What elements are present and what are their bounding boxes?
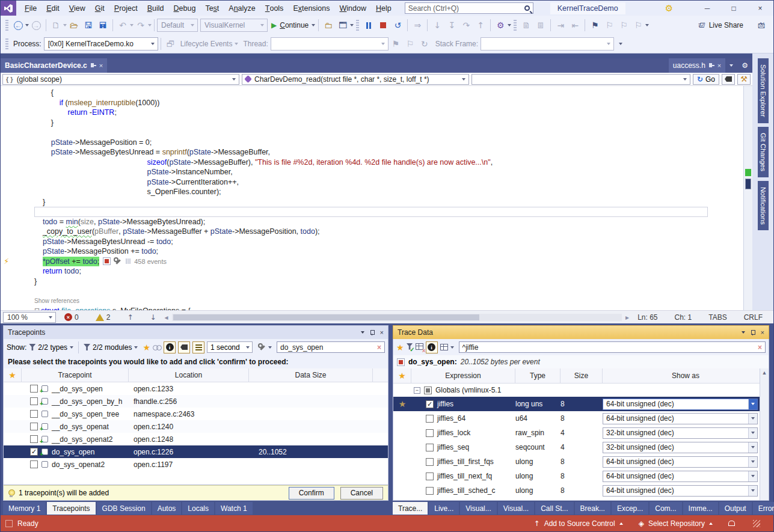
trace-data-row[interactable]: jiffies_till_next_fqulong864-bit unsigne…	[393, 469, 769, 483]
toolbar-grip[interactable]	[5, 38, 8, 49]
tracepoint-row[interactable]: __do_sys_openatopen.c:1240	[4, 420, 388, 433]
menu-window[interactable]: Window	[335, 1, 371, 16]
unflag-threads-button[interactable]: ⚐	[404, 37, 417, 50]
tracepoints-title-bar[interactable]: Tracepoints ×	[3, 325, 389, 339]
toggle-current-thread-button[interactable]: ↻	[418, 37, 431, 50]
notifications-bell-icon[interactable]	[728, 520, 735, 527]
line-indicator[interactable]: Ln: 65	[637, 313, 657, 322]
tracepoint-gutter-icon[interactable]: ⚡	[4, 257, 9, 266]
code-line[interactable]: {	[34, 88, 752, 98]
tab-output[interactable]: Output	[719, 502, 752, 515]
expression-column-header[interactable]: Expression	[411, 368, 515, 384]
tracepoints-search-input[interactable]: do_sys_open ×	[277, 341, 385, 353]
tab-break[interactable]: Break...	[575, 502, 610, 515]
save-all-button[interactable]: 🖬	[96, 19, 109, 32]
menu-git[interactable]: Git	[90, 1, 109, 16]
row-checkbox[interactable]	[426, 472, 434, 480]
filter-check-button[interactable]: ✓	[407, 343, 413, 352]
process-combo[interactable]: [0x0] KernelTraceDemo.ko	[44, 37, 158, 50]
size-column-header[interactable]: Size	[561, 368, 603, 384]
combo-dropdown-button[interactable]	[748, 471, 757, 482]
interval-combo[interactable]: 1 second	[207, 341, 253, 353]
tab-gdb-session[interactable]: GDB Session	[97, 502, 151, 515]
trace-data-search-input[interactable]: ^jiffie ×	[459, 341, 766, 353]
row-star-cell[interactable]: ★	[393, 399, 411, 409]
code-line[interactable]: s_OpenFiles.counter);	[34, 187, 752, 197]
tab-error-l[interactable]: Error L...	[753, 502, 774, 515]
toggle-bookmark-button[interactable]: ⚑	[588, 19, 601, 32]
row-checkbox[interactable]	[30, 460, 38, 468]
row-checkbox[interactable]	[426, 429, 434, 437]
zoom-combo[interactable]: 100 %	[3, 312, 56, 323]
trace-data-title-bar[interactable]: Trace Data ×	[393, 325, 769, 339]
code-line[interactable]: pState->MessagePosition = 0;	[34, 138, 752, 148]
build-tools-button[interactable]: ⚒	[737, 74, 751, 85]
window-position-dropdown[interactable]	[742, 331, 745, 334]
row-checkbox[interactable]	[30, 397, 38, 405]
next-bookmark-button[interactable]: ⚐	[617, 19, 630, 32]
code-line[interactable]: *pOffset += todo;458 events	[34, 257, 752, 267]
cancel-button[interactable]: Cancel	[340, 487, 383, 500]
pin-icon[interactable]	[751, 330, 755, 335]
row-checkbox[interactable]	[30, 410, 38, 418]
pin-icon[interactable]	[370, 330, 375, 335]
row-checkbox[interactable]	[30, 423, 38, 430]
tab-visual[interactable]: Visual...	[460, 502, 496, 515]
continue-button[interactable]: ▶ Continue	[271, 19, 315, 32]
code-line[interactable]: }	[34, 277, 752, 287]
select-repository-button[interactable]: ◈ Select Repository	[639, 519, 713, 528]
menu-extensions[interactable]: Extensions	[288, 1, 334, 16]
toolbar-grip[interactable]	[514, 20, 517, 31]
tracepoint-column-header[interactable]: Tracepoint	[22, 368, 129, 382]
rail-tab-git-changes[interactable]: Git Changes	[758, 127, 769, 177]
scroll-left-button[interactable]: ◂	[165, 313, 168, 322]
code-line[interactable]: if (msleep_interruptible(1000))	[34, 98, 752, 108]
lifecycle-events-dropdown[interactable]	[235, 43, 238, 45]
comment-button[interactable]: 🗎	[520, 19, 533, 32]
close-icon[interactable]: ×	[380, 329, 384, 336]
clear-search-icon[interactable]: ×	[758, 343, 762, 352]
info-toggle-button[interactable]: i	[426, 341, 438, 353]
showas-combo[interactable]: 32-bit unsigned (dec)	[603, 442, 758, 453]
new-file-dropdown[interactable]	[63, 24, 67, 26]
resize-grip[interactable]	[753, 520, 760, 527]
run-to-cursor-button[interactable]: ↑	[474, 19, 487, 32]
trace-data-row[interactable]: jiffies_till_first_fqsulong864-bit unsig…	[393, 454, 769, 469]
redo-dropdown[interactable]	[148, 24, 152, 26]
code-line[interactable]: todo = min(size, pState->MessageBytesUnr…	[34, 217, 752, 227]
showas-column-header[interactable]: Show as	[603, 368, 769, 384]
open-file-button[interactable]: 🗁	[67, 19, 81, 32]
pin-icon[interactable]	[91, 63, 96, 68]
lifecycle-events-label[interactable]: Lifecycle Events	[180, 40, 233, 48]
row-checkbox[interactable]	[426, 487, 434, 495]
go-button[interactable]: ↻ Go	[693, 74, 719, 85]
error-count[interactable]: × 0	[64, 313, 79, 322]
save-button[interactable]: 🖫	[82, 19, 95, 32]
stack-frame-combo[interactable]	[481, 37, 614, 50]
code-editor[interactable]: ⚡ { if (msleep_interruptible(1000)) retu…	[1, 86, 752, 323]
pin-icon[interactable]	[709, 63, 714, 68]
row-checkbox[interactable]	[30, 385, 38, 393]
code-line[interactable]	[34, 127, 752, 138]
prev-change-button[interactable]: ↑	[127, 313, 133, 322]
code-line[interactable]: return todo;	[34, 266, 752, 277]
tab-live[interactable]: Live...	[429, 502, 459, 515]
modules-filter-button[interactable]: 2/2 modules	[93, 343, 132, 352]
maximize-button[interactable]: □	[720, 1, 747, 16]
trace-data-row[interactable]: ★✓jiffieslong uns864-bit unsigned (dec)	[393, 397, 769, 411]
navigate-forward-button[interactable]: →	[29, 19, 43, 32]
breakpoints-window-button[interactable]: ⚙	[494, 19, 507, 32]
tag-button[interactable]	[722, 74, 735, 85]
redo-button[interactable]: ↷	[134, 19, 147, 32]
solution-explorer-button[interactable]: 🗔	[336, 19, 349, 32]
rail-tab-solution-explorer[interactable]: Solution Explorer	[758, 58, 769, 123]
combo-dropdown-button[interactable]	[748, 399, 757, 409]
solution-platforms-combo[interactable]: VisualKernel	[200, 19, 268, 32]
type-column-header[interactable]: Type	[515, 368, 561, 384]
combo-dropdown-button[interactable]	[748, 486, 757, 496]
row-checkbox[interactable]	[426, 415, 434, 423]
tracepoint-row[interactable]: __do_sys_open_treenamespace.c:2463	[4, 408, 388, 420]
info-toggle-button[interactable]: i	[164, 341, 176, 353]
close-icon[interactable]: ×	[761, 329, 764, 336]
code-line[interactable]: sizeof(pState->MessageBuffer), "This is …	[34, 157, 752, 168]
